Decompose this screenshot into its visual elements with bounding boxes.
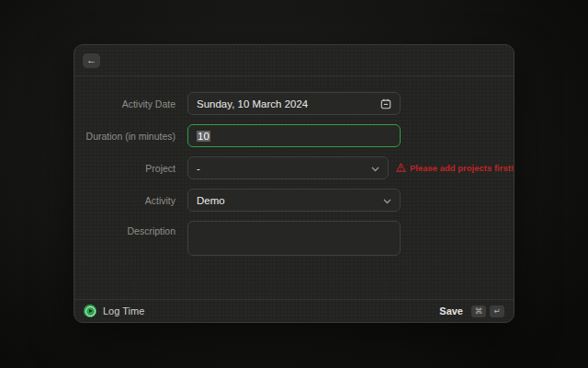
app-label: Log Time [103, 305, 144, 316]
activity-date-value: Sunday, 10 March 2024 [197, 98, 308, 109]
calendar-icon[interactable] [380, 98, 391, 109]
activity-date-label: Activity Date [74, 98, 187, 109]
chevron-down-icon [371, 163, 379, 174]
project-value: - [197, 163, 200, 174]
back-button[interactable]: ← [83, 53, 100, 68]
alert-triangle-icon [396, 163, 406, 174]
activity-select[interactable]: Demo [187, 189, 401, 212]
project-warning-text: Please add projects first! [410, 163, 514, 173]
play-circle-icon [84, 305, 96, 317]
project-label: Project [74, 163, 187, 174]
description-textarea[interactable] [187, 221, 401, 256]
save-button[interactable]: Save [439, 305, 463, 316]
description-label: Description [74, 221, 187, 236]
log-time-form: Activity Date Sunday, 10 March 2024 Dura… [74, 76, 514, 256]
duration-row: Duration (in minutes) 10 [74, 124, 514, 147]
footer-app-identity: Log Time [84, 305, 144, 317]
log-time-dialog: ← Activity Date Sunday, 10 March 2024 Du… [74, 44, 514, 323]
dialog-header: ← [74, 45, 514, 76]
project-warning: Please add projects first! [396, 163, 514, 174]
description-row: Description [74, 221, 514, 256]
save-action[interactable]: Save ⌘ ↵ [439, 305, 504, 317]
duration-input[interactable]: 10 [187, 124, 401, 147]
project-row: Project - Please add projects f [74, 156, 514, 179]
chevron-down-icon [383, 195, 391, 206]
command-key-icon: ⌘ [471, 305, 486, 317]
dialog-footer: Log Time Save ⌘ ↵ [74, 299, 514, 322]
activity-date-input[interactable]: Sunday, 10 March 2024 [187, 92, 401, 115]
project-select[interactable]: - [187, 156, 389, 179]
arrow-left-icon: ← [86, 53, 96, 67]
duration-label: Duration (in minutes) [74, 131, 187, 142]
activity-date-row: Activity Date Sunday, 10 March 2024 [74, 92, 514, 115]
activity-value: Demo [197, 195, 225, 206]
enter-key-icon: ↵ [490, 305, 504, 317]
activity-row: Activity Demo [74, 189, 514, 212]
duration-value: 10 [197, 131, 210, 142]
activity-label: Activity [74, 195, 187, 206]
